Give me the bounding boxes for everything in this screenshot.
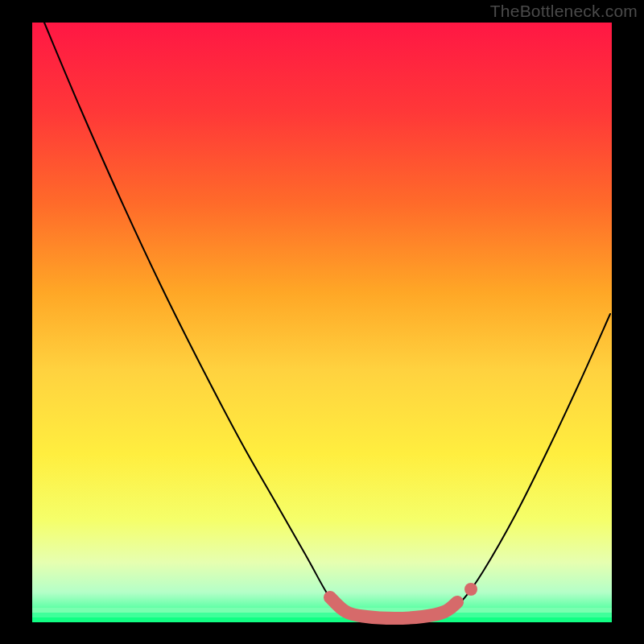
green-band [32, 613, 612, 617]
green-band [32, 617, 612, 622]
watermark-text: TheBottleneck.com [490, 2, 638, 21]
gradient-background [32, 23, 612, 622]
chart-stage: TheBottleneck.com [0, 0, 644, 644]
green-band [32, 608, 612, 613]
highlight-dot [464, 583, 477, 596]
chart-canvas [0, 0, 644, 644]
